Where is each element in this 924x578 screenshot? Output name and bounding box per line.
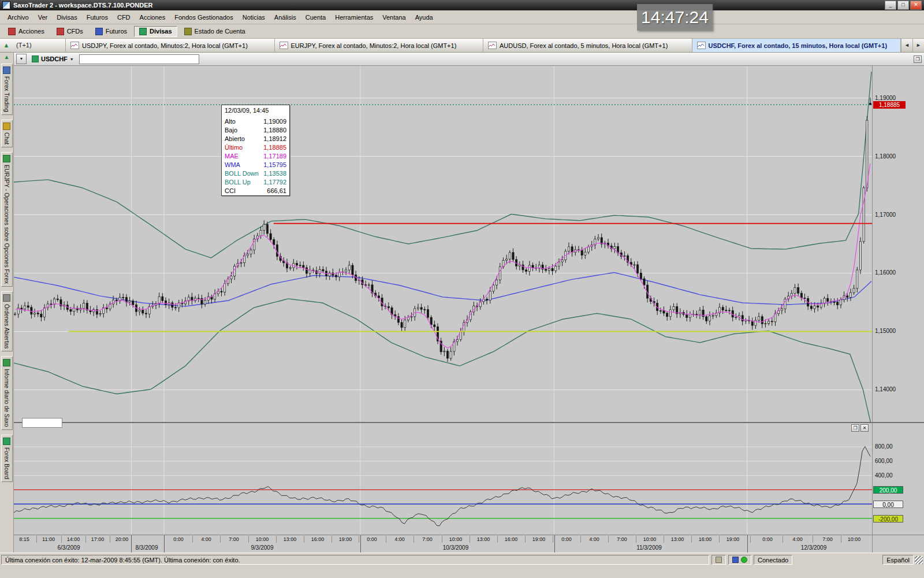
menu-analisis[interactable]: Análisis [270,12,301,23]
monitor-icon [732,557,739,563]
time-tick [220,536,221,543]
menu-cfd[interactable]: CFD [113,12,135,23]
date-label: 10/3/2009 [443,544,469,551]
toolbar-divisas[interactable]: Divisas [134,26,177,37]
sidebar-scroll-icon[interactable]: ▲ [4,53,10,61]
sidebar-item-ordenes-abiertas[interactable]: Órdenes Abiertas [1,291,13,351]
time-label: 4:00 [792,536,803,542]
forex-trading-icon [3,66,10,74]
sidebar-item-informe-diario-de-saxo[interactable]: Informe diario de Saxo [1,356,13,430]
time-tick [85,536,86,543]
time-tick [497,536,498,543]
language-indicator[interactable]: Español [882,555,914,565]
chart-tab-usdchf[interactable]: USDCHF, Forex al contado, 15 minutos, Ho… [692,39,901,52]
tooltip-label: BOLL Down [225,170,259,177]
instrument-icon [32,55,39,62]
tabs-scroll-right-icon[interactable]: ► [912,39,924,52]
price-axis: 1,190001,180001,170001,160001,150001,140… [872,66,924,422]
time-tick [331,536,332,543]
menu-archivo[interactable]: Archivo [3,12,33,23]
chart-restore-button[interactable]: ❐ [914,55,922,63]
time-label: 19:00 [532,536,546,542]
symbol-selector[interactable]: USDCHF ▼ [29,55,77,63]
time-label: 7:00 [822,536,833,542]
time-label: 7:00 [617,536,627,542]
tooltip-label: BOLL Up [225,179,251,186]
time-tick [636,536,636,543]
close-button[interactable]: ✕ [910,1,922,10]
sidebar-item-forex-trading[interactable]: Forex Trading [1,64,13,115]
chart-tab-audusd[interactable]: AUDUSD, Forex al contado, 5 minutos, Hor… [483,39,692,52]
toolbar-cfds[interactable]: CFDs [51,26,88,37]
time-tick [276,536,277,543]
menu-cuenta[interactable]: Cuenta [301,12,330,23]
tooltip-row: WMA1,15795 [222,161,289,169]
status-bar-filler [0,566,924,578]
tooltip-label: Último [225,144,243,151]
chart-tab-eurjpy[interactable]: EURJPY, Forex al contado, Minutos:2, Hor… [275,39,484,52]
minimize-button[interactable]: _ [885,1,896,10]
resize-grip[interactable] [915,556,923,564]
menu-ver[interactable]: Ver [33,12,53,23]
cci-close-button[interactable]: ✕ [860,424,869,432]
menu-divisas[interactable]: Divisas [52,12,81,23]
time-tick [359,536,359,543]
day-separator [131,535,132,553]
menu-futuros[interactable]: Futuros [82,12,113,23]
chat-icon [3,123,10,130]
tooltip-label: Abierto [225,135,245,142]
time-label: 7:00 [422,536,433,542]
chart-tab-partial[interactable]: (T+1) [13,39,66,52]
cci-indicator-panel[interactable]: ❐ ✕ [14,422,872,536]
time-tick [386,536,386,543]
menu-ayuda[interactable]: Ayuda [411,12,438,23]
module-toolbar: AccionesCFDsFuturosDivisasEstado de Cuen… [0,24,924,39]
time-tick [470,536,470,543]
chart-menu-dropdown-button[interactable]: ▼ [16,54,27,64]
tooltip-label: WMA [225,161,240,168]
sidebar-item-eurjpy-operaciones-sobre-opciones-forex[interactable]: EURJPY - Operaciones sobre Opciones Fore… [1,152,13,287]
price-axis-label: 1,19000 [875,95,896,101]
time-label: 17:00 [91,536,105,542]
time-label: 0:00 [173,536,184,542]
chart-tabs: USDJPY, Forex al contado, Minutos:2, Hor… [66,39,901,52]
time-tick [304,536,304,543]
current-price-badge: 1,18885 [873,101,906,109]
price-axis-label: 1,15000 [875,328,896,334]
time-label: 10:00 [256,536,269,542]
user-key-icon [716,557,722,563]
date-label: 6/3/2009 [58,544,80,551]
toolbar-estado-de-cuenta[interactable]: Estado de Cuenta [179,26,251,37]
daily-report-icon [3,359,10,366]
tooltip-row: BOLL Down1,13538 [222,169,289,178]
time-label: 0:00 [561,536,572,542]
sidebar-item-forex-board[interactable]: Forex Board [1,435,13,482]
tooltip-row: Alto1,19009 [222,117,289,126]
time-label: 13:00 [477,536,490,542]
left-sidebar: ▲Forex TradingChatEURJPY - Operaciones s… [0,53,14,553]
time-tick [36,536,37,543]
toolbar-futuros[interactable]: Futuros [90,26,132,37]
title-bar[interactable]: SaxoTrader 2 - workspace.DTS.7.100.PONDE… [0,0,924,10]
sidebar-item-chat[interactable]: Chat [1,120,13,147]
menu-noticias[interactable]: Noticias [238,12,270,23]
day-separator [747,535,748,553]
menu-fondos-gestionados[interactable]: Fondos Gestionados [170,12,238,23]
menu-herramientas[interactable]: Herramientas [330,12,378,23]
menu-acciones[interactable]: Acciones [135,12,170,23]
tabs-scroll-left-icon[interactable]: ◄ [901,39,912,52]
menu-ventana[interactable]: Ventana [378,12,410,23]
chart-tab-usdjpy[interactable]: USDJPY, Forex al contado, Minutos:2, Hor… [66,39,275,52]
price-chart-plot[interactable] [14,66,872,422]
tooltip-value: 1,18880 [263,127,286,134]
cci-restore-button[interactable]: ❐ [851,424,859,432]
tooltip-label: Alto [225,118,236,125]
tooltip-value: 1,17792 [263,179,286,186]
symbol-input[interactable] [79,54,199,64]
sidebar-scroll-up-icon[interactable]: ▲ [0,39,13,52]
status-bar: Última conexión con éxito: 12-mar-2009 8… [0,553,924,566]
price-axis-label: 1,16000 [875,269,896,276]
toolbar-acciones[interactable]: Acciones [3,26,50,37]
tooltip-value: 666,61 [267,187,286,194]
maximize-button[interactable]: □ [897,1,909,10]
